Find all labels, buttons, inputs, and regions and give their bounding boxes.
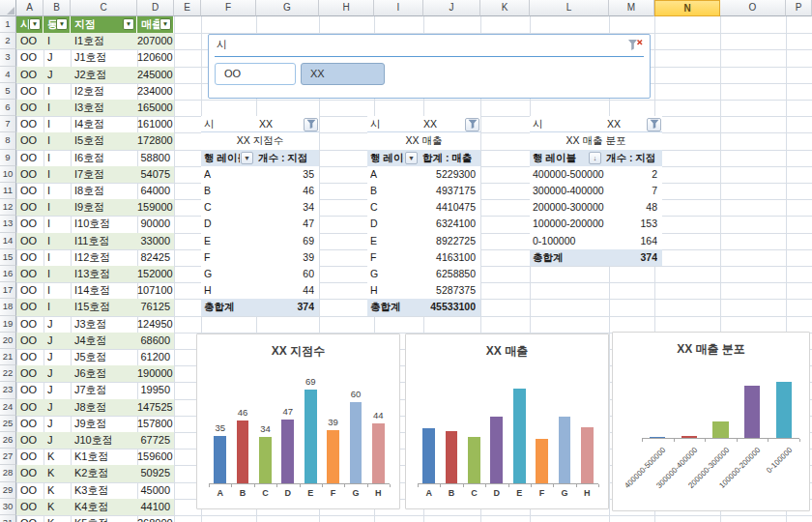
pivot-row-label[interactable]: E [204,233,256,249]
table-cell[interactable]: I [44,83,71,100]
table-cell[interactable]: J6호점 [71,365,137,382]
table-cell[interactable]: 120600 [137,49,174,66]
pivot-row-value[interactable]: 4163100 [420,249,476,266]
table-cell[interactable]: 147525 [137,399,174,416]
pivot-filter-funnel-icon[interactable] [647,118,661,131]
sort-descending-dropdown-icon[interactable]: ↓ [589,152,601,164]
table-cell[interactable]: J1호점 [71,49,137,66]
table-cell[interactable]: 68600 [137,333,174,349]
table-cell[interactable]: OO [16,499,44,515]
table-cell[interactable]: I15호점 [71,299,137,315]
table-cell[interactable]: 157800 [137,416,174,432]
row-header-4[interactable]: 4 [0,67,16,83]
table-cell[interactable]: OO [16,166,44,183]
column-header-F[interactable]: F [201,0,256,16]
slicer-item-XX[interactable]: XX [301,63,385,85]
pivot-row-value[interactable]: 6258850 [420,266,476,282]
row-header-17[interactable]: 17 [0,282,16,299]
table-cell[interactable]: I [44,216,71,232]
table-cell[interactable]: OO [16,449,44,465]
table-cell[interactable]: I [44,199,71,216]
pivot-row-value[interactable]: 4410475 [420,199,476,216]
table-cell[interactable]: J10호점 [71,432,137,449]
table-cell[interactable]: K [44,482,71,499]
table-cell[interactable]: OO [16,416,44,432]
column-header-J[interactable]: J [423,0,480,16]
table-cell[interactable]: 90000 [137,216,174,232]
row-header-10[interactable]: 10 [0,166,16,183]
pivot-row-value[interactable]: 153 [604,216,657,232]
pivot-row-value[interactable]: 6324100 [420,216,476,232]
pivot-filter-funnel-icon[interactable] [465,118,479,131]
table-cell[interactable]: 50925 [137,465,174,481]
filter-dropdown-icon[interactable]: ▼ [56,18,68,30]
table-cell[interactable]: OO [16,333,44,349]
table-cell[interactable]: J2호점 [71,67,137,83]
table-cell[interactable]: OO [16,266,44,282]
pivot-row-label[interactable]: 400000-500000 [533,166,604,183]
row-header-15[interactable]: 15 [0,249,16,266]
table-cell[interactable]: OO [16,33,44,49]
pivot-row-label[interactable]: 200000-300000 [533,199,604,216]
table-cell[interactable]: OO [16,465,44,481]
pivot-row-value[interactable]: 60 [256,266,314,282]
table-cell[interactable]: I [44,299,71,315]
table-cell[interactable]: I12호점 [71,249,137,266]
pivot-row-label[interactable]: C [370,199,420,216]
filter-dropdown-icon[interactable]: ▼ [160,18,171,30]
select-all-corner[interactable] [0,0,16,16]
table-cell[interactable]: I9호점 [71,199,137,216]
table-cell[interactable]: OO [16,365,44,382]
pivot-row-value[interactable]: 46 [256,183,314,199]
table-cell[interactable]: OO [16,432,44,449]
table-cell[interactable]: 268000 [137,515,174,522]
chart-3[interactable]: XX 매출 분포400000-500000300000-400000200000… [612,332,810,511]
table-cell[interactable]: I11호점 [71,233,137,249]
table-cell[interactable]: I13호점 [71,266,137,282]
pivot-row-label[interactable]: F [370,249,420,266]
table-cell[interactable]: K3호점 [71,482,137,499]
row-header-6[interactable]: 6 [0,100,16,116]
table-cell[interactable]: I6호점 [71,150,137,166]
table-cell[interactable]: OO [16,100,44,116]
row-header-25[interactable]: 25 [0,416,16,432]
table-cell[interactable]: OO [16,233,44,249]
column-header-N[interactable]: N [654,0,720,16]
table-cell[interactable]: 82425 [137,249,174,266]
table-cell[interactable]: 19950 [137,382,174,398]
table-cell[interactable]: 161000 [137,116,174,132]
table-cell[interactable]: 165000 [137,100,174,116]
pivot-row-label[interactable]: H [370,282,420,299]
table-cell[interactable]: I10호점 [71,216,137,232]
row-header-11[interactable]: 11 [0,183,16,199]
pivot-row-label[interactable]: B [370,183,420,199]
row-header-14[interactable]: 14 [0,233,16,249]
table-cell[interactable]: 67725 [137,432,174,449]
table-cell[interactable]: J [44,316,71,333]
table-cell[interactable]: OO [16,67,44,83]
table-cell[interactable]: J [44,333,71,349]
row-header-18[interactable]: 18 [0,299,16,315]
table-cell[interactable]: 64000 [137,183,174,199]
row-header-30[interactable]: 30 [0,499,16,515]
table-cell[interactable]: J4호점 [71,333,137,349]
table-cell[interactable]: J7호점 [71,382,137,398]
pivot-row-value[interactable]: 5287375 [420,282,476,299]
pivot-row-value[interactable]: 44 [256,282,314,299]
pivot-row-value[interactable]: 48 [604,199,657,216]
row-header-27[interactable]: 27 [0,449,16,465]
table-cell[interactable]: 107100 [137,282,174,299]
pivot-filter-funnel-icon[interactable] [304,118,318,131]
table-cell[interactable]: OO [16,150,44,166]
row-header-31[interactable]: 31 [0,515,16,522]
chart-2[interactable]: XX 매출ABCDEFGH [405,334,609,509]
row-header-23[interactable]: 23 [0,382,16,398]
table-cell[interactable]: OO [16,183,44,199]
table-cell[interactable]: I [44,249,71,266]
table-cell[interactable]: 172800 [137,132,174,149]
row-header-20[interactable]: 20 [0,333,16,349]
table-cell[interactable]: K1호점 [71,449,137,465]
table-cell[interactable]: 159000 [137,199,174,216]
column-header-C[interactable]: C [71,0,137,16]
table-cell[interactable]: OO [16,249,44,266]
